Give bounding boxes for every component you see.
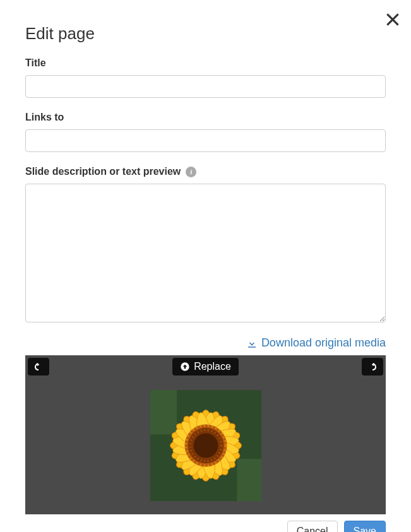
rotate-right-icon bbox=[367, 362, 378, 372]
upload-icon bbox=[180, 362, 190, 372]
description-label: Slide description or text preview i bbox=[25, 166, 386, 177]
replace-button[interactable]: Replace bbox=[172, 358, 239, 375]
cancel-button[interactable]: Cancel bbox=[287, 521, 338, 533]
download-icon bbox=[246, 338, 258, 349]
edit-page-modal: Edit page Title Links to Slide descripti… bbox=[0, 0, 411, 532]
media-thumbnail bbox=[150, 390, 261, 501]
rotate-right-button[interactable] bbox=[362, 358, 383, 375]
description-field: Slide description or text preview i bbox=[25, 166, 386, 325]
rotate-left-icon bbox=[33, 362, 44, 372]
links-to-input[interactable] bbox=[25, 129, 386, 152]
media-toolbar: Replace bbox=[28, 358, 383, 375]
links-to-label: Links to bbox=[25, 112, 386, 123]
title-input[interactable] bbox=[25, 75, 386, 98]
download-row: Download original media bbox=[25, 336, 386, 352]
svg-rect-4 bbox=[237, 459, 261, 501]
rotate-left-button[interactable] bbox=[28, 358, 49, 375]
replace-label: Replace bbox=[194, 361, 231, 372]
download-original-link[interactable]: Download original media bbox=[246, 336, 386, 350]
close-button[interactable] bbox=[384, 11, 401, 30]
description-label-text: Slide description or text preview bbox=[25, 166, 181, 177]
action-row: Cancel Save bbox=[25, 521, 386, 533]
sunflower-image bbox=[150, 390, 261, 501]
modal-title: Edit page bbox=[25, 24, 386, 44]
svg-point-27 bbox=[193, 433, 218, 458]
close-icon bbox=[384, 11, 401, 28]
svg-rect-3 bbox=[150, 390, 177, 434]
download-label: Download original media bbox=[261, 336, 386, 350]
description-textarea[interactable] bbox=[25, 184, 386, 322]
media-preview: Replace bbox=[25, 355, 386, 514]
title-label: Title bbox=[25, 57, 386, 69]
title-field: Title bbox=[25, 57, 386, 98]
save-button[interactable]: Save bbox=[344, 521, 386, 533]
info-icon[interactable]: i bbox=[186, 167, 196, 177]
links-to-field: Links to bbox=[25, 112, 386, 152]
